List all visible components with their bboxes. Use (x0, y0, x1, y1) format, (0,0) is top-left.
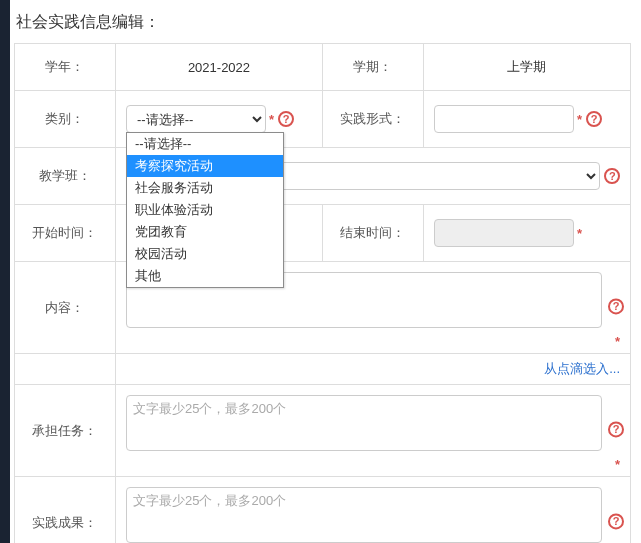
label-class: 教学班： (15, 148, 116, 205)
label-task: 承担任务： (15, 385, 116, 477)
value-term: 上学期 (423, 44, 630, 91)
required-mark: * (577, 112, 582, 127)
help-icon[interactable]: ? (278, 111, 294, 127)
page-container: 社会实践信息编辑： 学年： 2021-2022 学期： 上学期 类别： --请选… (0, 0, 641, 543)
import-link[interactable]: 从点滴选入... (544, 361, 620, 376)
category-option[interactable]: 其他 (127, 265, 283, 287)
practice-form-input[interactable] (434, 105, 574, 133)
category-dropdown-list: --请选择-- 考察探究活动 社会服务活动 职业体验活动 党团教育 校园活动 其… (126, 132, 284, 288)
help-icon[interactable]: ? (608, 513, 624, 529)
required-mark: * (615, 457, 620, 472)
form-table: 学年： 2021-2022 学期： 上学期 类别： --请选择-- * ? --… (14, 43, 631, 543)
label-practice-form: 实践形式： (322, 91, 423, 148)
required-mark: * (577, 226, 582, 241)
label-term: 学期： (322, 44, 423, 91)
help-icon[interactable]: ? (604, 168, 620, 184)
help-icon[interactable]: ? (608, 421, 624, 437)
label-content: 内容： (15, 262, 116, 354)
category-option[interactable]: --请选择-- (127, 133, 283, 155)
value-year: 2021-2022 (115, 44, 322, 91)
help-icon[interactable]: ? (586, 111, 602, 127)
page-title: 社会实践信息编辑： (14, 6, 631, 43)
label-year: 学年： (15, 44, 116, 91)
category-option[interactable]: 党团教育 (127, 221, 283, 243)
required-mark: * (269, 112, 274, 127)
label-category: 类别： (15, 91, 116, 148)
task-textarea[interactable] (126, 395, 602, 451)
category-option[interactable]: 校园活动 (127, 243, 283, 265)
help-icon[interactable]: ? (608, 298, 624, 314)
category-select[interactable]: --请选择-- (126, 105, 266, 133)
category-option[interactable]: 考察探究活动 (127, 155, 283, 177)
category-option[interactable]: 社会服务活动 (127, 177, 283, 199)
label-end-time: 结束时间： (322, 205, 423, 262)
result-textarea[interactable] (126, 487, 602, 543)
label-start-time: 开始时间： (15, 205, 116, 262)
required-mark: * (615, 334, 620, 349)
category-option[interactable]: 职业体验活动 (127, 199, 283, 221)
label-result: 实践成果： (15, 477, 116, 544)
end-time-input[interactable] (434, 219, 574, 247)
